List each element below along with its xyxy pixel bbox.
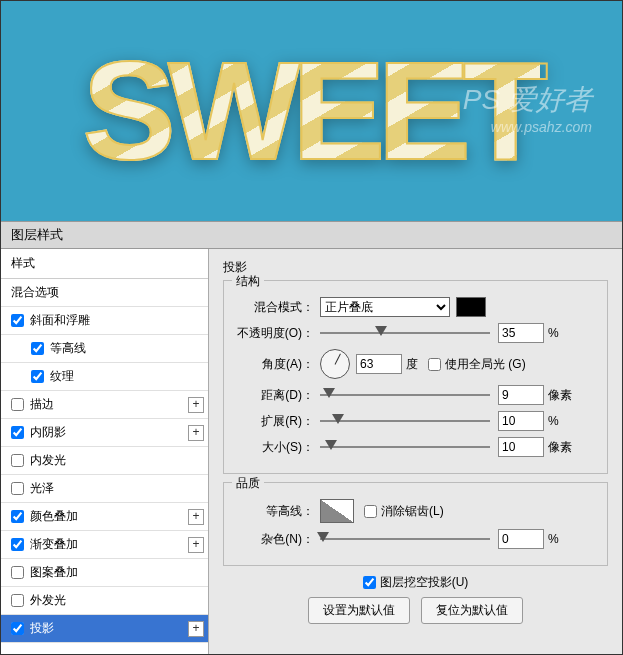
angle-input[interactable] bbox=[356, 354, 402, 374]
opacity-unit: % bbox=[548, 326, 559, 340]
style-row-1[interactable]: 等高线 bbox=[1, 335, 208, 363]
size-unit: 像素 bbox=[548, 439, 572, 456]
structure-fieldset: 结构 混合模式： 正片叠底 不透明度(O)： % 角度(A)： bbox=[223, 280, 608, 474]
style-label: 等高线 bbox=[50, 340, 204, 357]
style-row-6[interactable]: 光泽 bbox=[1, 475, 208, 503]
style-row-8[interactable]: 渐变叠加+ bbox=[1, 531, 208, 559]
quality-legend: 品质 bbox=[232, 475, 264, 492]
style-row-3[interactable]: 描边+ bbox=[1, 391, 208, 419]
knockout-checkbox[interactable]: 图层挖空投影(U) bbox=[363, 574, 469, 591]
blend-mode-select[interactable]: 正片叠底 bbox=[320, 297, 450, 317]
angle-dial[interactable] bbox=[320, 349, 350, 379]
distance-label: 距离(D)： bbox=[234, 387, 320, 404]
style-label: 图案叠加 bbox=[30, 564, 204, 581]
style-label: 内发光 bbox=[30, 452, 204, 469]
style-label: 投影 bbox=[30, 620, 188, 637]
spread-input[interactable] bbox=[498, 411, 544, 431]
style-checkbox[interactable] bbox=[11, 566, 24, 579]
noise-slider[interactable] bbox=[320, 532, 490, 546]
style-row-7[interactable]: 颜色叠加+ bbox=[1, 503, 208, 531]
contour-picker[interactable] bbox=[320, 499, 354, 523]
style-label: 内阴影 bbox=[30, 424, 188, 441]
size-slider[interactable] bbox=[320, 440, 490, 454]
style-row-2[interactable]: 纹理 bbox=[1, 363, 208, 391]
structure-legend: 结构 bbox=[232, 273, 264, 290]
angle-unit: 度 bbox=[406, 356, 418, 373]
style-checkbox[interactable] bbox=[31, 342, 44, 355]
distance-input[interactable] bbox=[498, 385, 544, 405]
style-checkbox[interactable] bbox=[11, 482, 24, 495]
make-default-button[interactable]: 设置为默认值 bbox=[308, 597, 410, 624]
style-checkbox[interactable] bbox=[11, 398, 24, 411]
watermark: PS 爱好者 www.psahz.com bbox=[463, 81, 592, 135]
style-checkbox[interactable] bbox=[11, 594, 24, 607]
style-label: 描边 bbox=[30, 396, 188, 413]
spread-unit: % bbox=[548, 414, 559, 428]
style-checkbox[interactable] bbox=[11, 510, 24, 523]
size-label: 大小(S)： bbox=[234, 439, 320, 456]
opacity-input[interactable] bbox=[498, 323, 544, 343]
contour-label: 等高线： bbox=[234, 503, 320, 520]
settings-panel: 投影 结构 混合模式： 正片叠底 不透明度(O)： % 角度(A)： bbox=[209, 249, 622, 655]
style-checkbox[interactable] bbox=[11, 426, 24, 439]
dialog-title: 图层样式 bbox=[1, 221, 622, 249]
style-label: 渐变叠加 bbox=[30, 536, 188, 553]
style-label: 纹理 bbox=[50, 368, 204, 385]
angle-label: 角度(A)： bbox=[234, 356, 320, 373]
style-row-4[interactable]: 内阴影+ bbox=[1, 419, 208, 447]
style-checkbox[interactable] bbox=[11, 538, 24, 551]
add-effect-icon[interactable]: + bbox=[188, 425, 204, 441]
style-row-9[interactable]: 图案叠加 bbox=[1, 559, 208, 587]
add-effect-icon[interactable]: + bbox=[188, 397, 204, 413]
size-input[interactable] bbox=[498, 437, 544, 457]
panel-title: 投影 bbox=[223, 259, 608, 276]
spread-label: 扩展(R)： bbox=[234, 413, 320, 430]
styles-sidebar: 样式 混合选项 斜面和浮雕等高线纹理描边+内阴影+内发光光泽颜色叠加+渐变叠加+… bbox=[1, 249, 209, 655]
style-checkbox[interactable] bbox=[31, 370, 44, 383]
quality-fieldset: 品质 等高线： 消除锯齿(L) 杂色(N)： % bbox=[223, 482, 608, 566]
style-label: 外发光 bbox=[30, 592, 204, 609]
style-row-11[interactable]: 投影+ bbox=[1, 615, 208, 643]
dialog-body: 样式 混合选项 斜面和浮雕等高线纹理描边+内阴影+内发光光泽颜色叠加+渐变叠加+… bbox=[1, 249, 622, 655]
style-row-5[interactable]: 内发光 bbox=[1, 447, 208, 475]
opacity-label: 不透明度(O)： bbox=[234, 325, 320, 342]
style-checkbox[interactable] bbox=[11, 622, 24, 635]
style-label: 光泽 bbox=[30, 480, 204, 497]
style-checkbox[interactable] bbox=[11, 454, 24, 467]
reset-default-button[interactable]: 复位为默认值 bbox=[421, 597, 523, 624]
style-row-10[interactable]: 外发光 bbox=[1, 587, 208, 615]
spread-slider[interactable] bbox=[320, 414, 490, 428]
style-label: 颜色叠加 bbox=[30, 508, 188, 525]
add-effect-icon[interactable]: + bbox=[188, 537, 204, 553]
style-row-0[interactable]: 斜面和浮雕 bbox=[1, 307, 208, 335]
noise-input[interactable] bbox=[498, 529, 544, 549]
style-checkbox[interactable] bbox=[11, 314, 24, 327]
noise-label: 杂色(N)： bbox=[234, 531, 320, 548]
distance-slider[interactable] bbox=[320, 388, 490, 402]
shadow-color-swatch[interactable] bbox=[456, 297, 486, 317]
global-light-checkbox[interactable]: 使用全局光 (G) bbox=[428, 356, 526, 373]
add-effect-icon[interactable]: + bbox=[188, 621, 204, 637]
antialias-checkbox[interactable]: 消除锯齿(L) bbox=[364, 503, 444, 520]
blend-mode-label: 混合模式： bbox=[234, 299, 320, 316]
distance-unit: 像素 bbox=[548, 387, 572, 404]
blend-options-row[interactable]: 混合选项 bbox=[1, 279, 208, 307]
style-label: 斜面和浮雕 bbox=[30, 312, 204, 329]
styles-header[interactable]: 样式 bbox=[1, 249, 208, 279]
preview-area: SWEET PS 爱好者 www.psahz.com bbox=[1, 1, 622, 221]
add-effect-icon[interactable]: + bbox=[188, 509, 204, 525]
noise-unit: % bbox=[548, 532, 559, 546]
opacity-slider[interactable] bbox=[320, 326, 490, 340]
